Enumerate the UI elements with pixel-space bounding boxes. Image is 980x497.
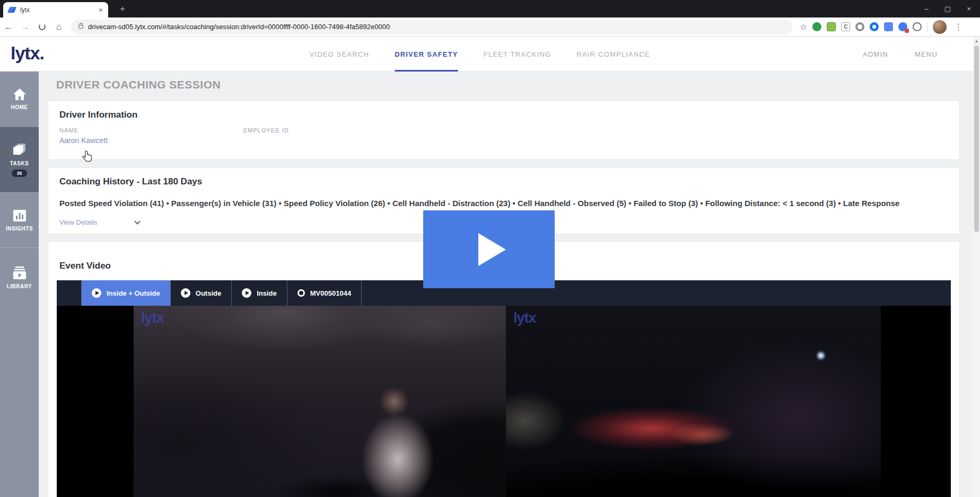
play-circle-icon (92, 288, 101, 298)
view-details-link[interactable]: View Details (59, 218, 97, 226)
sidebar-item-label: LIBRARY (7, 283, 32, 289)
main-nav: VIDEO SEARCH DRIVER SAFETY FLEET TRACKIN… (309, 37, 650, 72)
extension-green-circle-icon[interactable] (812, 22, 821, 31)
hand-cursor-icon (81, 150, 94, 164)
outside-camera-view: lytx (506, 306, 881, 497)
event-video-player[interactable]: lytx lytx (57, 306, 951, 497)
page-title: DRIVER COACHING SESSION (56, 78, 221, 91)
back-icon[interactable]: ← (0, 22, 17, 32)
profile-avatar[interactable] (933, 20, 947, 34)
reload-icon[interactable] (39, 23, 46, 30)
sidebar: HOME TASKS 35 INSIGHTS LIBRARY (0, 72, 39, 497)
nav-driver-safety[interactable]: DRIVER SAFETY (395, 37, 458, 72)
tasks-icon (12, 143, 27, 157)
nav-rair-compliance[interactable]: RAIR COMPLIANCE (576, 37, 650, 72)
tab-inside[interactable]: Inside (232, 280, 287, 306)
video-play-overlay[interactable] (423, 210, 555, 288)
coaching-history-heading: Coaching History - Last 180 Days (59, 176, 948, 187)
page-scrollbar[interactable]: ▲ (973, 37, 980, 497)
library-icon (12, 266, 27, 280)
header-right-nav: ADMIN MENU (863, 37, 938, 72)
maximize-button[interactable]: ▢ (944, 5, 951, 13)
video-tab-label: Inside (257, 289, 277, 297)
toolbar-extensions: ☆ C ⋮ (800, 20, 968, 34)
sidebar-item-library[interactable]: LIBRARY (0, 247, 39, 307)
extension-chat-icon[interactable] (884, 22, 893, 31)
sidebar-item-label: TASKS (10, 161, 29, 166)
sidebar-item-label: INSIGHTS (6, 226, 33, 232)
extension-blue-ring-icon[interactable] (870, 22, 879, 31)
tasks-count-badge: 35 (12, 170, 27, 177)
driver-information-heading: Driver Information (59, 110, 948, 120)
browser-tab-strip: lytx × + – ▢ × (0, 0, 980, 17)
new-tab-button[interactable]: + (116, 3, 129, 15)
nav-video-search[interactable]: VIDEO SEARCH (309, 37, 369, 72)
extension-toolbox-icon[interactable] (827, 22, 836, 31)
sidebar-item-insights[interactable]: INSIGHTS (0, 192, 39, 247)
video-tab-label: Outside (196, 289, 221, 297)
extension-badge-icon[interactable] (898, 22, 907, 31)
inside-camera-view: lytx (134, 306, 506, 497)
video-tab-label: MV00501044 (310, 289, 351, 297)
play-icon (478, 233, 506, 266)
minimize-button[interactable]: – (923, 5, 930, 13)
app-header: lytx. VIDEO SEARCH DRIVER SAFETY FLEET T… (0, 37, 980, 72)
forward-icon[interactable]: → (17, 22, 34, 32)
circle-outline-icon (298, 289, 305, 297)
insights-icon (13, 209, 27, 222)
employee-id-label: EMPLOYEE ID (243, 127, 289, 134)
browser-home-icon[interactable]: ⌂ (51, 22, 67, 32)
nav-fleet-tracking[interactable]: FLEET TRACKING (484, 37, 552, 72)
browser-menu-icon[interactable]: ⋮ (952, 22, 968, 32)
bookmark-star-icon[interactable]: ☆ (800, 22, 807, 32)
close-button[interactable]: × (965, 5, 973, 13)
tab-outside[interactable]: Outside (171, 280, 232, 306)
browser-window: lytx × + – ▢ × ← → ⌂ drivecam-sd05.lytx.… (0, 0, 980, 497)
window-controls: – ▢ × (923, 0, 977, 17)
extension-swirl-icon[interactable] (913, 22, 922, 31)
video-tab-label: Inside + Outside (107, 289, 160, 297)
home-icon (13, 88, 27, 101)
extension-gray-circle-icon[interactable] (855, 22, 864, 31)
driver-name-link[interactable]: Aaron Kawcett (59, 136, 108, 145)
chevron-down-icon[interactable] (135, 218, 141, 224)
lytx-watermark: lytx (141, 310, 164, 326)
extension-cast-icon[interactable]: C (841, 22, 850, 31)
browser-toolbar: ← → ⌂ drivecam-sd05.lytx.com/#/tasks/coa… (0, 17, 980, 37)
sidebar-item-home[interactable]: HOME (0, 72, 39, 127)
lock-icon (78, 25, 83, 29)
driver-information-card: Driver Information NAME Aaron Kawcett EM… (48, 100, 960, 160)
scrollbar-up-icon[interactable]: ▲ (973, 37, 980, 43)
play-circle-icon (181, 288, 190, 298)
lytx-watermark: lytx (513, 310, 536, 326)
url-text[interactable]: drivecam-sd05.lytx.com/#/tasks/coaching/… (88, 23, 390, 31)
sidebar-item-label: HOME (11, 104, 28, 110)
name-label: NAME (59, 127, 108, 134)
sidebar-item-tasks[interactable]: TASKS 35 (0, 127, 39, 192)
nav-menu[interactable]: MENU (915, 50, 938, 58)
coaching-history-summary: Posted Speed Violation (41) • Passenger(… (59, 199, 948, 208)
play-circle-icon (242, 288, 251, 298)
lytx-favicon-icon (7, 7, 16, 13)
lytx-logo[interactable]: lytx. (11, 43, 44, 64)
toolbar-divider (927, 22, 928, 32)
nav-admin[interactable]: ADMIN (863, 50, 888, 58)
address-bar[interactable]: drivecam-sd05.lytx.com/#/tasks/coaching/… (71, 20, 792, 34)
tab-close-icon[interactable]: × (99, 6, 103, 14)
tab-title: lytx (20, 6, 99, 14)
tab-vehicle-id[interactable]: MV00501044 (287, 280, 362, 306)
scrollbar-thumb[interactable] (974, 46, 979, 232)
tab-inside-outside[interactable]: Inside + Outside (82, 280, 171, 306)
browser-tab[interactable]: lytx × (3, 2, 108, 17)
video-tabs-spacer (57, 280, 82, 306)
